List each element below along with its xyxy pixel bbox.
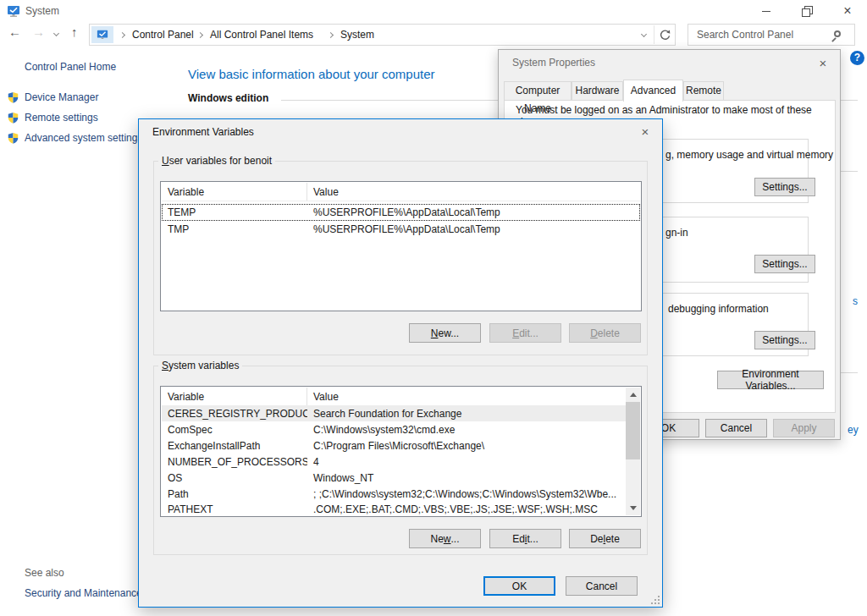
table-header: Variable Value [162,183,640,201]
tab-advanced[interactable]: Advanced [623,80,683,102]
breadcrumb-chevron-icon[interactable] [197,32,203,38]
cancel-button[interactable]: Cancel [705,419,767,437]
scrollbar-thumb[interactable] [626,402,640,459]
row-value: %USERPROFILE%\AppData\Local\Temp [307,206,640,218]
system-variables-table[interactable]: Variable Value CERES_REGISTRY_PRODUCT...… [160,386,642,517]
sidebar-remote-settings[interactable]: Remote settings [25,112,98,124]
address-bar[interactable]: Control Panel All Control Panel Items Sy… [89,24,676,46]
system-variables-group-label: System variables [158,360,242,371]
sidebar-security-maintenance[interactable]: Security and Maintenance [25,587,142,599]
page-title: View basic information about your comput… [188,67,435,81]
performance-settings-button[interactable]: Settings... [754,178,815,196]
resize-grip[interactable] [651,596,660,604]
row-value: C:\Windows\system32\cmd.exe [307,424,626,436]
back-icon[interactable]: ← [8,25,21,39]
uac-shield-icon [7,132,19,145]
user-new-button[interactable]: New... [409,323,481,343]
address-dropdown-chevron-icon[interactable] [641,31,647,37]
row-value: Windows_NT [307,472,626,484]
user-delete-button[interactable]: Delete [569,323,641,343]
row-value: Search Foundation for Exchange [307,408,626,420]
dialog-title: Environment Variables [152,126,254,138]
scroll-up-button[interactable] [626,388,640,402]
search-box[interactable] [688,24,855,46]
system-new-button[interactable]: New... [409,529,481,548]
title-bar: System × [0,0,867,22]
table-row[interactable]: CERES_REGISTRY_PRODUCT... Search Foundat… [162,405,626,421]
column-variable[interactable]: Variable [162,388,307,405]
breadcrumb-system[interactable]: System [340,29,374,41]
table-row[interactable]: TMP %USERPROFILE%\AppData\Local\Temp [162,221,640,238]
refresh-icon[interactable] [659,29,671,41]
table-row[interactable]: Path ; ;C:\Windows\system32;C:\Windows;C… [162,486,626,502]
ok-button[interactable]: OK [483,576,555,596]
row-value: C:\Program Files\Microsoft\Exchange\ [307,440,626,452]
scrollbar[interactable] [626,388,640,515]
startup-recovery-settings-button[interactable]: Settings... [754,331,815,349]
minimize-button[interactable] [752,0,781,22]
environment-variables-button[interactable]: Environment Variables... [717,371,824,389]
system-delete-button[interactable]: Delete [569,529,641,548]
table-row[interactable]: TEMP %USERPROFILE%\AppData\Local\Temp [162,204,640,221]
tab-computer-name[interactable]: Computer Name [504,81,572,101]
chevron-up-icon [630,393,637,397]
sidebar-device-manager[interactable]: Device Manager [25,91,98,103]
uac-shield-icon [7,112,19,124]
recent-pages-chevron-icon[interactable] [53,30,59,36]
cancel-button[interactable]: Cancel [566,576,638,596]
screen: System × ← → ↑ Control Panel All Control… [0,0,867,616]
user-variables-table[interactable]: Variable Value TEMP %USERPROFILE%\AppDat… [160,181,642,311]
breadcrumb-chevron-icon[interactable] [119,32,125,38]
system-edit-button[interactable]: Edit... [489,529,561,548]
divider [281,100,498,101]
see-also-heading: See also [25,567,64,579]
user-edit-button[interactable]: Edit... [489,323,561,343]
restore-button[interactable] [792,0,821,22]
search-icon[interactable] [834,30,841,37]
change-settings-link-fragment[interactable]: s [853,295,858,307]
user-profiles-text-fragment: gn-in [665,227,688,239]
column-value[interactable]: Value [307,186,640,198]
close-button[interactable]: × [833,0,862,22]
window-title: System [25,5,59,17]
table-row[interactable]: PATHEXT .COM;.EXE;.BAT;.CMD;.VBS;.VBE;.J… [162,502,626,517]
sidebar-control-panel-home[interactable]: Control Panel Home [25,61,116,73]
close-icon: × [642,124,649,139]
table-row[interactable]: NUMBER_OF_PROCESSORS 4 [162,454,626,470]
row-variable: PATHEXT [162,503,307,515]
forward-icon[interactable]: → [32,25,45,39]
divider [841,100,858,101]
breadcrumb-chevron-icon[interactable] [328,32,334,38]
tab-hardware[interactable]: Hardware [572,81,623,101]
uac-shield-icon [7,91,19,104]
column-variable[interactable]: Variable [162,183,307,201]
environment-variables-dialog: Environment Variables × User variables f… [138,118,663,608]
breadcrumb-all-items[interactable]: All Control Panel Items [210,29,313,41]
row-variable: NUMBER_OF_PROCESSORS [162,456,307,468]
up-icon[interactable]: ↑ [71,25,78,39]
row-variable: OS [162,472,307,484]
close-button[interactable]: × [813,55,833,72]
table-row[interactable]: OS Windows_NT [162,470,626,486]
scroll-down-button[interactable] [626,501,640,515]
row-variable: Path [162,488,307,500]
help-button[interactable]: ? [850,51,864,65]
product-key-link-fragment[interactable]: ey [848,424,859,436]
row-value: .COM;.EXE;.BAT;.CMD;.VBS;.VBE;.JS;.JSE;.… [307,503,626,515]
user-profiles-settings-button[interactable]: Settings... [754,255,815,273]
breadcrumb-control-panel[interactable]: Control Panel [132,29,194,41]
row-value: 4 [307,456,626,468]
close-button[interactable]: × [635,124,655,140]
table-row[interactable]: ComSpec C:\Windows\system32\cmd.exe [162,421,626,437]
search-input[interactable] [697,26,832,43]
tab-remote[interactable]: Remote [683,81,724,101]
apply-button[interactable]: Apply [773,419,835,437]
breadcrumb-system-icon[interactable] [91,26,113,43]
startup-recovery-text-fragment: debugging information [668,303,769,315]
close-icon: × [820,56,827,70]
sidebar-advanced-system-settings[interactable]: Advanced system settings [25,132,142,144]
divider [841,171,858,172]
dialog-title: System Properties [512,57,595,69]
table-row[interactable]: ExchangeInstallPath C:\Program Files\Mic… [162,437,626,454]
column-value[interactable]: Value [307,391,626,403]
